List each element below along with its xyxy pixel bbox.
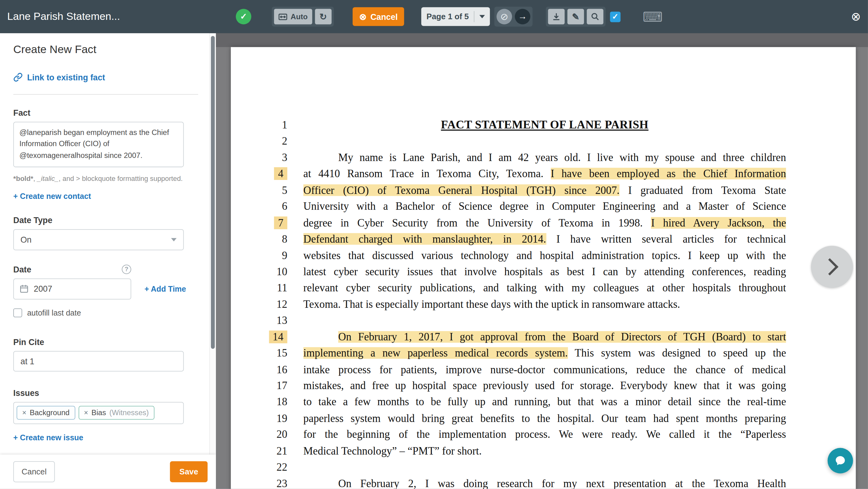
line-number: 3 [231, 150, 287, 166]
date-help-icon[interactable]: ? [122, 264, 131, 274]
fact-textarea[interactable]: @laneparish began employment as the Chie… [13, 122, 184, 167]
clear-highlight-button[interactable]: ⊘ [496, 9, 512, 25]
cancel-circle-x-icon: ⊗ [359, 11, 367, 22]
calendar-icon [19, 284, 29, 294]
fact-highlight[interactable]: I hired Avery Jackson, the [651, 217, 786, 228]
auto-fit-button[interactable]: Auto [274, 9, 312, 25]
line-number: 18 [231, 394, 287, 410]
doc-line[interactable]: 3My name is Lane Parish, and I am 42 yea… [231, 150, 856, 166]
doc-line[interactable]: 15implementing a new paperless medical r… [231, 345, 856, 362]
remove-tag-icon[interactable]: × [22, 409, 26, 417]
autofill-checkbox[interactable] [13, 308, 22, 317]
auto-fit-icon [279, 13, 287, 20]
refresh-icon: ↻ [319, 11, 327, 22]
download-icon [552, 12, 561, 21]
scrollbar-thumb[interactable] [211, 36, 215, 349]
tools-cluster: ✎ [546, 6, 606, 26]
doc-line[interactable]: 2 [231, 133, 856, 150]
remove-tag-icon[interactable]: × [84, 409, 88, 417]
keyboard-icon[interactable]: ⌨ [643, 10, 663, 24]
fact-highlight[interactable]: Defendant charged with manslaughter, in … [303, 233, 546, 245]
line-number: 9 [231, 247, 287, 264]
link-to-existing-fact-label: Link to existing fact [27, 72, 105, 82]
doc-line[interactable]: 10latest cyber security issues that invo… [231, 264, 856, 280]
refresh-button[interactable]: ↻ [315, 9, 332, 25]
chevron-right-icon [821, 258, 839, 276]
auto-fit-label: Auto [291, 12, 308, 21]
search-button[interactable] [587, 9, 603, 25]
view-controls-cluster: Auto ↻ [272, 6, 334, 26]
cancel-processing-button[interactable]: ⊗ Cancel [352, 7, 404, 26]
line-number-highlight: 14 [269, 331, 287, 343]
issue-tag-background: × Background [17, 406, 75, 420]
link-to-existing-fact[interactable]: Link to existing fact [13, 72, 196, 82]
cancel-label: Cancel [370, 12, 398, 21]
line-number: 2 [231, 133, 287, 150]
doc-line[interactable]: 17mistakes, and free up hospital space p… [231, 377, 856, 394]
confirm-button[interactable]: ✓ [236, 9, 251, 25]
download-button[interactable] [548, 9, 565, 25]
pin-cite-label: Pin Cite [13, 337, 196, 346]
arrow-right-icon: → [518, 11, 527, 22]
issues-multiselect[interactable]: × Background × Bias (Witnesses) [13, 402, 184, 424]
doc-line[interactable]: 21Medical Technology” – “PMT” for short. [231, 443, 856, 459]
date-type-label: Date Type [13, 215, 196, 225]
annotate-button[interactable]: ✎ [567, 9, 584, 25]
issues-label: Issues [13, 388, 196, 397]
date-label: Date [13, 264, 31, 274]
viewer-top-strip [216, 33, 868, 47]
autolink-checkbox[interactable]: ✓ [610, 11, 620, 22]
issue-tag-suffix: (Witnesses) [109, 409, 149, 417]
document-heading: FACT STATEMENT OF LANE PARISH [303, 117, 786, 133]
date-input-box[interactable] [13, 278, 131, 299]
doc-line[interactable]: 8Defendant charged with manslaughter, in… [231, 231, 856, 247]
doc-line[interactable]: 22 [231, 459, 856, 476]
doc-line[interactable]: 1FACT STATEMENT OF LANE PARISH [231, 117, 856, 133]
hint-sep: , [33, 175, 37, 183]
chevron-down-icon [171, 238, 177, 241]
line-number: 16 [231, 361, 287, 377]
doc-line[interactable]: 14On February 1, 2017, I got approval fr… [231, 329, 856, 345]
line-number-highlight: 7 [274, 216, 287, 229]
doc-line[interactable]: 7degree in Cyber Security from the Unive… [231, 215, 856, 231]
line-number: 13 [231, 312, 287, 329]
doc-line[interactable]: 9websites that discussed various technol… [231, 247, 856, 264]
fact-highlight[interactable]: Officer (CIO) of Texoma General Hospital… [303, 184, 620, 196]
doc-line[interactable]: 18to take a few months to be fully up an… [231, 394, 856, 410]
pin-cite-input[interactable] [13, 351, 184, 371]
line-number: 10 [231, 264, 287, 280]
highlight-controls-cluster: ⊘ → [494, 6, 532, 26]
doc-line[interactable]: 12Texoma. That is especially important t… [231, 296, 856, 312]
date-type-value: On [21, 235, 32, 244]
cancel-fact-button[interactable]: Cancel [13, 461, 55, 482]
create-new-issue-link[interactable]: + Create new issue [13, 433, 84, 442]
slash-circle-icon: ⊘ [500, 11, 508, 22]
doc-line[interactable]: 23On February 2, I was doing research fo… [231, 475, 856, 489]
fact-highlight[interactable]: On February 1, 2017, I got approval from… [338, 331, 786, 342]
apply-highlight-button[interactable]: → [515, 9, 530, 25]
save-fact-button[interactable]: Save [170, 461, 208, 482]
doc-line[interactable]: 11relevant cyber security publications, … [231, 280, 856, 296]
fact-highlight[interactable]: implementing a new paperless medical rec… [303, 347, 568, 359]
add-time-link[interactable]: + Add Time [145, 284, 186, 294]
date-input[interactable] [34, 284, 100, 294]
create-new-contact-link[interactable]: + Create new contact [13, 191, 91, 201]
doc-line[interactable]: 13 [231, 312, 856, 329]
panel-title: Create New Fact [13, 43, 196, 56]
doc-line[interactable]: 6University with a Bachelor of Science d… [231, 198, 856, 215]
doc-line[interactable]: 16intake process for patients, improve n… [231, 361, 856, 377]
hint-italic: _italic_ [37, 175, 59, 183]
date-type-select[interactable]: On [13, 229, 184, 250]
doc-line[interactable]: 19paperless system would bring great ben… [231, 410, 856, 427]
close-button[interactable]: ⊗ [851, 10, 861, 23]
page-selector[interactable]: Page 1 of 5 [422, 7, 490, 26]
doc-line[interactable]: 5Officer (CIO) of Texoma General Hospita… [231, 182, 856, 198]
issue-tag-label: Bias [92, 409, 106, 417]
next-page-button[interactable] [811, 246, 853, 288]
hint-rest: , and > blockquote formatting supported. [59, 175, 183, 183]
fact-highlight[interactable]: I have been employed as the Chief Inform… [551, 168, 786, 179]
doc-line[interactable]: 20for the beginning of the implementatio… [231, 427, 856, 443]
doc-line[interactable]: 4at 4410 Ransom Trace in Texoma City, Te… [231, 166, 856, 182]
chat-launcher-button[interactable] [828, 448, 853, 473]
document-page: 1FACT STATEMENT OF LANE PARISH23My name … [231, 47, 856, 489]
